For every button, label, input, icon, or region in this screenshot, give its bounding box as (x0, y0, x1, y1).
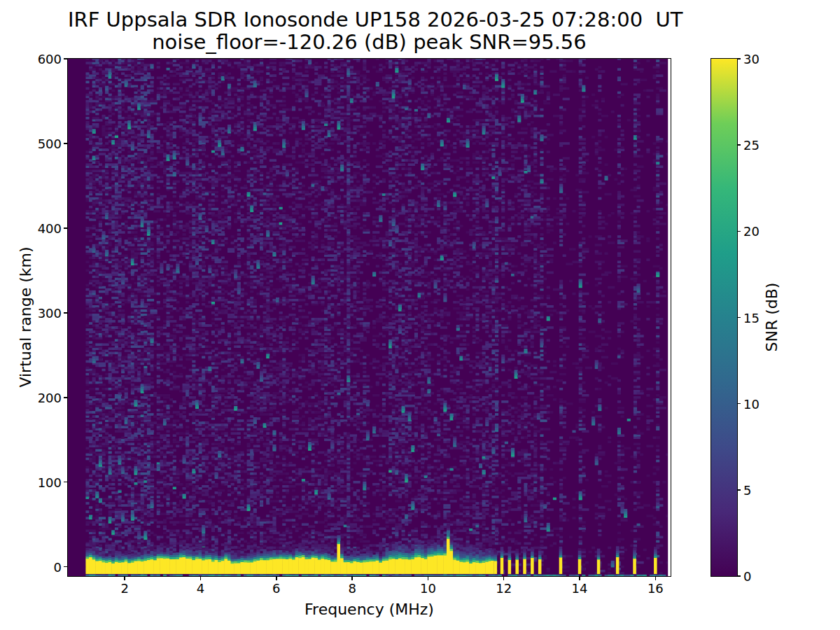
y-tick-label: 300 (15, 305, 62, 320)
x-tick-label: 12 (496, 581, 512, 596)
title-line-1: IRF Uppsala SDR Ionosonde UP158 2026-03-… (68, 8, 671, 31)
x-tick-mark (124, 577, 125, 580)
x-tick-mark (351, 577, 353, 580)
x-tick-mark (503, 577, 505, 580)
x-tick-mark (200, 577, 202, 580)
y-tick-label: 100 (15, 475, 62, 489)
colorbar-tick-label: 20 (743, 224, 760, 239)
y-tick-mark (64, 312, 67, 314)
colorbar-tick-label: 25 (743, 138, 760, 153)
y-tick-mark (64, 227, 67, 229)
y-tick-label: 200 (15, 390, 62, 405)
y-tick-mark (64, 482, 67, 483)
x-tick-mark (655, 577, 657, 580)
plot-area (67, 58, 671, 577)
title-line-2: noise_floor=-120.26 (dB) peak SNR=95.56 (68, 31, 671, 53)
colorbar-tick-label: 30 (743, 52, 760, 66)
colorbar (710, 58, 738, 577)
colorbar-tick-label: 15 (743, 310, 760, 325)
colorbar-tick-mark (737, 317, 741, 318)
x-tick-label: 10 (420, 581, 436, 596)
colorbar-tick-label: 5 (743, 482, 751, 497)
y-tick-label: 500 (15, 136, 62, 150)
y-tick-mark (64, 143, 67, 144)
colorbar-gradient (711, 59, 737, 576)
y-tick-label: 600 (15, 52, 62, 66)
x-tick-label: 6 (272, 581, 280, 596)
x-tick-label: 16 (648, 581, 664, 596)
y-tick-label: 0 (15, 559, 62, 574)
y-tick-mark (64, 58, 67, 59)
x-tick-mark (579, 577, 580, 580)
colorbar-tick-mark (737, 144, 741, 146)
colorbar-tick-mark (737, 58, 741, 59)
y-tick-label: 400 (15, 220, 62, 235)
colorbar-tick-mark (737, 575, 741, 577)
colorbar-tick-mark (737, 403, 741, 405)
colorbar-tick-label: 10 (743, 396, 760, 411)
figure-title: IRF Uppsala SDR Ionosonde UP158 2026-03-… (68, 8, 671, 53)
ionogram-figure: IRF Uppsala SDR Ionosonde UP158 2026-03-… (0, 0, 840, 630)
x-tick-label: 2 (120, 581, 128, 596)
y-tick-mark (64, 566, 67, 568)
x-tick-mark (276, 577, 277, 580)
x-tick-mark (428, 577, 429, 580)
x-tick-label: 4 (197, 581, 204, 596)
y-tick-mark (64, 397, 67, 398)
colorbar-tick-mark (737, 231, 741, 232)
x-tick-label: 14 (572, 581, 588, 596)
ionogram-heatmap-canvas (68, 59, 671, 576)
colorbar-label: SNR (dB) (763, 283, 780, 352)
x-axis-label: Frequency (MHz) (68, 601, 671, 618)
colorbar-tick-mark (737, 489, 741, 491)
colorbar-tick-label: 0 (743, 569, 751, 584)
x-tick-label: 8 (348, 581, 356, 596)
